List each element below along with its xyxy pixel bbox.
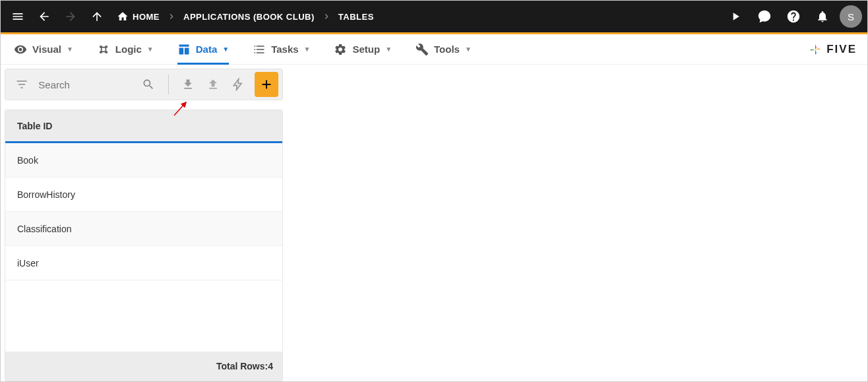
chevron-right-icon	[166, 11, 177, 22]
table-header[interactable]: Table ID	[5, 110, 282, 143]
lightning-button[interactable]	[230, 75, 247, 94]
breadcrumb-applications-label: APPLICATIONS (BOOK CLUB)	[183, 12, 315, 22]
footer-label: Total Rows:	[216, 361, 268, 371]
table-row[interactable]: iUser	[5, 246, 282, 280]
divider	[168, 75, 169, 94]
back-button[interactable]	[32, 5, 56, 28]
tab-setup[interactable]: Setup ▼	[334, 34, 392, 64]
import-button[interactable]	[179, 75, 197, 94]
tab-logic[interactable]: Logic ▼	[97, 34, 154, 64]
search-input[interactable]	[38, 79, 124, 90]
table-cell: Classification	[17, 224, 71, 234]
dropdown-arrow-icon: ▼	[67, 46, 73, 53]
logo-text: FIVE	[826, 43, 857, 56]
table-row[interactable]: BorrowHistory	[5, 177, 282, 212]
filter-button[interactable]	[13, 75, 30, 94]
logo: FIVE	[808, 42, 857, 57]
tab-tools-label: Tools	[434, 44, 460, 55]
table-footer: Total Rows: 4	[5, 352, 282, 381]
logo-icon	[808, 42, 822, 57]
table-row[interactable]: Book	[5, 143, 282, 177]
user-avatar[interactable]: S	[840, 5, 862, 28]
table-cell: BorrowHistory	[17, 189, 75, 200]
table-cell: Book	[17, 155, 38, 166]
avatar-initial: S	[848, 11, 854, 22]
help-button[interactable]	[782, 5, 805, 28]
footer-count: 4	[268, 361, 273, 371]
dropdown-arrow-icon: ▼	[385, 46, 392, 53]
table-container: Table ID Book BorrowHistory Classificati…	[5, 110, 283, 381]
up-button[interactable]	[85, 5, 109, 28]
breadcrumb: HOME APPLICATIONS (BOOK CLUB) TABLES	[117, 11, 374, 22]
table-body: Book BorrowHistory Classification iUser	[5, 143, 282, 280]
export-button[interactable]	[204, 75, 222, 94]
tab-bar: Visual ▼ Logic ▼ Data ▼ Tasks ▼ Setup ▼ …	[1, 34, 867, 65]
chat-button[interactable]	[753, 5, 776, 28]
breadcrumb-home[interactable]: HOME	[117, 11, 160, 22]
add-button[interactable]	[255, 72, 278, 97]
search-bar	[5, 69, 283, 100]
dropdown-arrow-icon: ▼	[222, 46, 229, 53]
breadcrumb-home-label: HOME	[133, 12, 160, 22]
dropdown-arrow-icon: ▼	[147, 46, 154, 53]
tab-logic-label: Logic	[115, 44, 142, 55]
table-header-label: Table ID	[17, 121, 52, 131]
tab-tasks-label: Tasks	[271, 44, 298, 55]
left-panel: Table ID Book BorrowHistory Classificati…	[1, 65, 287, 381]
tab-tasks[interactable]: Tasks ▼	[253, 34, 310, 64]
top-bar: HOME APPLICATIONS (BOOK CLUB) TABLES S	[1, 1, 867, 32]
forward-button	[59, 5, 82, 28]
breadcrumb-applications[interactable]: APPLICATIONS (BOOK CLUB)	[183, 12, 315, 22]
dropdown-arrow-icon: ▼	[304, 46, 311, 53]
run-button[interactable]	[724, 5, 747, 28]
tab-visual[interactable]: Visual ▼	[14, 34, 73, 64]
tab-visual-label: Visual	[32, 44, 61, 55]
topbar-right: S	[724, 5, 862, 28]
menu-button[interactable]	[6, 5, 30, 28]
tab-tools[interactable]: Tools ▼	[416, 34, 472, 64]
tab-data-label: Data	[196, 44, 218, 55]
chevron-right-icon	[321, 11, 332, 22]
notifications-button[interactable]	[811, 5, 834, 28]
tab-data[interactable]: Data ▼	[177, 34, 229, 64]
dropdown-arrow-icon: ▼	[465, 46, 472, 53]
tab-setup-label: Setup	[352, 44, 380, 55]
breadcrumb-tables[interactable]: TABLES	[338, 12, 374, 22]
content-area: Table ID Book BorrowHistory Classificati…	[1, 65, 867, 381]
table-row[interactable]: Classification	[5, 212, 282, 246]
table-cell: iUser	[17, 258, 39, 269]
breadcrumb-tables-label: TABLES	[338, 12, 374, 22]
search-button[interactable]	[140, 75, 157, 94]
